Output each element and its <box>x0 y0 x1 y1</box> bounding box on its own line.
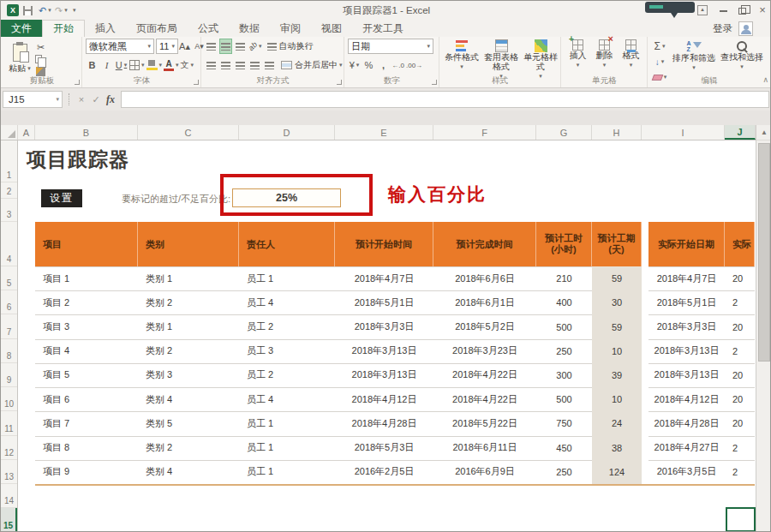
cell-r4c8[interactable]: 2018年3月13日 <box>648 339 725 363</box>
cell-r8c5[interactable]: 2018年6月11日 <box>433 436 536 460</box>
cell-r9c5[interactable]: 2016年6月9日 <box>433 460 536 484</box>
find-select-button[interactable]: 查找和选择▾ <box>718 39 766 71</box>
cell-r6c5[interactable]: 2018年4月22日 <box>433 387 536 411</box>
format-as-table-button[interactable]: 套用表格格式▾ <box>481 39 521 81</box>
column-header-G[interactable]: G <box>536 125 592 140</box>
sort-filter-button[interactable]: AZ排序和筛选▾ <box>670 39 718 72</box>
cell-r8c6[interactable]: 450 <box>536 436 592 460</box>
select-all-corner[interactable] <box>1 125 18 140</box>
close-button[interactable]: × <box>755 3 770 17</box>
format-cells-button[interactable]: 格式▾ <box>618 39 644 69</box>
cell-r3c8[interactable]: 2018年3月3日 <box>648 314 725 338</box>
cell-r2c6[interactable]: 400 <box>536 290 592 314</box>
increase-decimal-button[interactable]: ←.0 <box>391 57 404 73</box>
cell-r5c5[interactable]: 2018年4月22日 <box>433 363 536 387</box>
column-header-I[interactable]: I <box>642 125 725 140</box>
fill-color-button[interactable]: ▾ <box>146 57 163 73</box>
row-header-3[interactable]: 3 <box>1 199 17 222</box>
insert-function-button[interactable]: fx <box>104 91 117 108</box>
cell-r3c7[interactable]: 59 <box>592 314 642 338</box>
cell-r4c3[interactable]: 员工 3 <box>239 339 335 363</box>
vertical-scrollbar[interactable]: ▲ <box>756 125 771 532</box>
scrollbar-thumb[interactable] <box>758 143 770 362</box>
column-header-A[interactable]: A <box>18 125 35 140</box>
cell-r9c1[interactable]: 项目 9 <box>35 460 138 484</box>
cell-r2c8[interactable]: 2018年5月1日 <box>648 290 725 314</box>
dialog-launcher-number[interactable] <box>432 80 437 85</box>
cell-r8c2[interactable]: 类别 2 <box>138 436 239 460</box>
insert-cells-button[interactable]: 插入▾ <box>565 39 591 69</box>
orientation-button[interactable]: ab▾ <box>248 39 262 54</box>
settings-button[interactable]: 设置 <box>41 189 82 207</box>
cell-r5c8[interactable]: 2018年3月13日 <box>648 363 725 387</box>
cell-r9c2[interactable]: 类别 4 <box>138 460 239 484</box>
merge-center-button[interactable]: 合并后居中▾ <box>281 59 343 71</box>
cell-r3c4[interactable]: 2018年3月3日 <box>335 314 433 338</box>
cell-r1c4[interactable]: 2018年4月7日 <box>335 266 433 290</box>
cell-r3c2[interactable]: 类别 1 <box>138 314 239 338</box>
cell-r3c5[interactable]: 2018年5月2日 <box>433 314 536 338</box>
cell-r1c6[interactable]: 210 <box>536 266 592 290</box>
cell-r3c6[interactable]: 500 <box>536 314 592 338</box>
cell-r2c5[interactable]: 2018年6月1日 <box>433 290 536 314</box>
align-center-button[interactable] <box>219 57 232 73</box>
cell-r7c9[interactable]: 20 <box>725 411 755 435</box>
row-header-5[interactable]: 5 <box>1 266 17 290</box>
scroll-up-button[interactable]: ▲ <box>756 125 771 140</box>
sign-in-link[interactable]: 登录 <box>713 22 732 35</box>
active-cell-J15[interactable] <box>726 507 756 532</box>
cell-r5c2[interactable]: 类别 3 <box>138 363 239 387</box>
number-format-select[interactable]: 日期▾ <box>348 39 433 54</box>
column-header-E[interactable]: E <box>335 125 433 140</box>
cell-r5c4[interactable]: 2018年3月13日 <box>335 363 433 387</box>
row-header-11[interactable]: 11 <box>1 411 17 436</box>
copy-button[interactable]: ▾ <box>34 53 47 65</box>
cell-r8c9[interactable]: 2 <box>725 436 755 460</box>
percent-style-button[interactable]: % <box>362 57 375 73</box>
cell-r8c3[interactable]: 员工 1 <box>239 436 335 460</box>
row-header-13[interactable]: 13 <box>1 460 17 484</box>
dialog-launcher-alignment[interactable] <box>337 80 342 85</box>
cell-r5c9[interactable]: 20 <box>725 363 755 387</box>
cell-r2c4[interactable]: 2018年5月1日 <box>335 290 433 314</box>
row-header-1[interactable]: 1 <box>1 140 17 182</box>
row-header-10[interactable]: 10 <box>1 387 17 411</box>
row-header-15[interactable]: 15 <box>1 508 17 532</box>
cell-r7c1[interactable]: 项目 7 <box>35 411 138 435</box>
cell-r7c4[interactable]: 2018年4月28日 <box>335 411 433 435</box>
cell-r2c7[interactable]: 30 <box>592 290 642 314</box>
cell-r8c7[interactable]: 38 <box>592 436 642 460</box>
increase-font-size-button[interactable]: A▴ <box>178 39 191 54</box>
row-header-7[interactable]: 7 <box>1 314 17 339</box>
cell-r4c5[interactable]: 2018年3月23日 <box>433 339 536 363</box>
cell-r1c1[interactable]: 项目 1 <box>35 266 138 290</box>
cell-r7c7[interactable]: 24 <box>592 411 642 435</box>
restore-button[interactable] <box>734 3 750 17</box>
cell-r6c7[interactable]: 10 <box>592 387 642 411</box>
row-header-4[interactable]: 4 <box>1 222 17 266</box>
row-header-9[interactable]: 9 <box>1 363 17 387</box>
cell-r4c4[interactable]: 2018年3月13日 <box>335 339 433 363</box>
column-header-B[interactable]: B <box>35 125 138 140</box>
autosum-button[interactable]: Σ▾ <box>651 39 668 54</box>
column-header-selected[interactable]: J <box>725 125 756 140</box>
cell-r1c8[interactable]: 2018年4月7日 <box>648 266 725 290</box>
cell-r6c8[interactable]: 2018年4月12日 <box>648 387 725 411</box>
underline-button[interactable]: U▾ <box>115 57 128 73</box>
cell-r4c6[interactable]: 250 <box>536 339 592 363</box>
cell-r2c3[interactable]: 员工 4 <box>239 290 335 314</box>
row-header-8[interactable]: 8 <box>1 339 17 363</box>
cell-r4c1[interactable]: 项目 4 <box>35 339 138 363</box>
cut-button[interactable]: ✂ <box>34 41 47 53</box>
cell-r2c2[interactable]: 类别 2 <box>138 290 239 314</box>
user-avatar-icon[interactable] <box>738 21 753 36</box>
minimize-button[interactable] <box>715 3 731 17</box>
formula-input[interactable] <box>121 91 769 108</box>
cell-r9c6[interactable]: 250 <box>536 460 592 484</box>
collap​se-ribbon-button[interactable]: ∧ <box>762 75 768 84</box>
cell-styles-button[interactable]: 单元格样式▾ <box>521 39 560 81</box>
cell-r9c4[interactable]: 2016年2月5日 <box>335 460 433 484</box>
cancel-formula-button[interactable]: × <box>75 91 88 108</box>
column-header-D[interactable]: D <box>239 125 335 140</box>
delete-cells-button[interactable]: 删除▾ <box>591 39 618 69</box>
